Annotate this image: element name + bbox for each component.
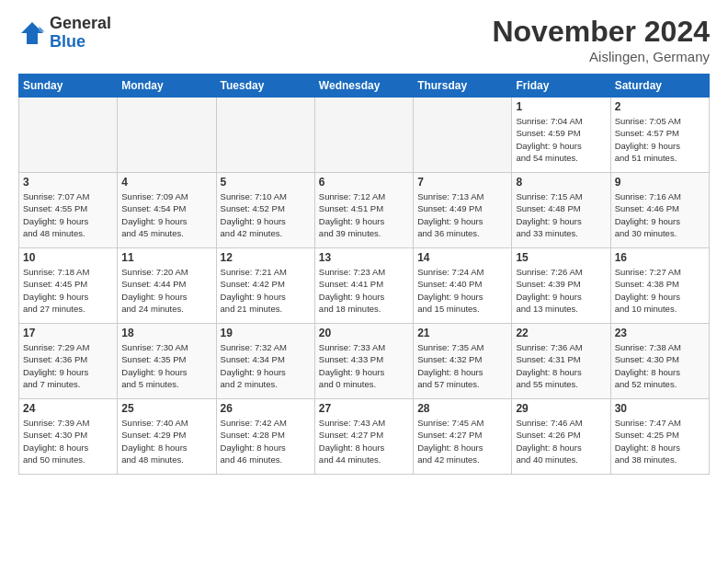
calendar-cell: 23Sunrise: 7:38 AMSunset: 4:30 PMDayligh… — [610, 324, 709, 399]
day-number: 11 — [121, 251, 211, 264]
day-info: Sunrise: 7:04 AMSunset: 4:59 PMDaylight:… — [516, 115, 606, 164]
day-number: 27 — [319, 402, 409, 415]
day-number: 9 — [615, 176, 705, 189]
day-info: Sunrise: 7:20 AMSunset: 4:44 PMDaylight:… — [121, 266, 211, 315]
day-info: Sunrise: 7:26 AMSunset: 4:39 PMDaylight:… — [516, 266, 606, 315]
day-info: Sunrise: 7:42 AMSunset: 4:28 PMDaylight:… — [221, 417, 311, 465]
day-number: 5 — [221, 176, 311, 189]
logo-general: General — [50, 15, 111, 33]
logo-icon — [18, 19, 46, 47]
day-number: 8 — [516, 176, 606, 189]
day-of-week-header: Monday — [118, 75, 216, 98]
calendar-cell: 27Sunrise: 7:43 AMSunset: 4:27 PMDayligh… — [314, 399, 413, 475]
day-number: 13 — [319, 251, 409, 264]
day-info: Sunrise: 7:40 AMSunset: 4:29 PMDaylight:… — [121, 417, 211, 465]
calendar-cell: 24Sunrise: 7:39 AMSunset: 4:30 PMDayligh… — [19, 399, 118, 475]
day-number: 4 — [121, 176, 211, 189]
calendar-cell: 8Sunrise: 7:15 AMSunset: 4:48 PMDaylight… — [512, 173, 610, 248]
day-info: Sunrise: 7:35 AMSunset: 4:32 PMDaylight:… — [417, 341, 507, 390]
calendar-cell — [216, 98, 314, 173]
day-info: Sunrise: 7:30 AMSunset: 4:35 PMDaylight:… — [121, 341, 211, 390]
calendar-table: SundayMondayTuesdayWednesdayThursdayFrid… — [18, 74, 710, 475]
logo: General Blue — [18, 15, 111, 52]
day-of-week-header: Tuesday — [216, 75, 314, 98]
calendar-cell: 19Sunrise: 7:32 AMSunset: 4:34 PMDayligh… — [216, 324, 314, 399]
calendar-cell: 16Sunrise: 7:27 AMSunset: 4:38 PMDayligh… — [610, 248, 709, 324]
day-number: 12 — [221, 251, 311, 264]
day-number: 28 — [417, 402, 507, 415]
logo-blue: Blue — [50, 33, 111, 52]
calendar-week-row: 24Sunrise: 7:39 AMSunset: 4:30 PMDayligh… — [19, 399, 710, 475]
day-of-week-header: Wednesday — [314, 75, 413, 98]
calendar-cell — [414, 98, 512, 173]
day-number: 23 — [615, 327, 705, 339]
day-number: 20 — [319, 327, 409, 339]
calendar-week-row: 1Sunrise: 7:04 AMSunset: 4:59 PMDaylight… — [19, 98, 710, 173]
calendar-cell — [118, 98, 216, 173]
day-info: Sunrise: 7:13 AMSunset: 4:49 PMDaylight:… — [417, 190, 507, 239]
day-info: Sunrise: 7:38 AMSunset: 4:30 PMDaylight:… — [615, 341, 705, 390]
month-title: November 2024 — [492, 15, 710, 49]
day-number: 22 — [516, 327, 606, 339]
day-number: 10 — [23, 251, 113, 264]
calendar-cell: 10Sunrise: 7:18 AMSunset: 4:45 PMDayligh… — [19, 248, 118, 324]
calendar-cell: 22Sunrise: 7:36 AMSunset: 4:31 PMDayligh… — [512, 324, 610, 399]
calendar-cell: 14Sunrise: 7:24 AMSunset: 4:40 PMDayligh… — [414, 248, 512, 324]
day-number: 17 — [23, 327, 113, 339]
day-info: Sunrise: 7:46 AMSunset: 4:26 PMDaylight:… — [516, 417, 606, 465]
day-of-week-header: Thursday — [414, 75, 512, 98]
day-number: 24 — [23, 402, 113, 415]
calendar-cell: 26Sunrise: 7:42 AMSunset: 4:28 PMDayligh… — [216, 399, 314, 475]
day-number: 26 — [221, 402, 311, 415]
calendar-cell: 12Sunrise: 7:21 AMSunset: 4:42 PMDayligh… — [216, 248, 314, 324]
calendar-week-row: 17Sunrise: 7:29 AMSunset: 4:36 PMDayligh… — [19, 324, 710, 399]
day-info: Sunrise: 7:12 AMSunset: 4:51 PMDaylight:… — [319, 190, 409, 239]
day-info: Sunrise: 7:18 AMSunset: 4:45 PMDaylight:… — [23, 266, 113, 315]
day-info: Sunrise: 7:29 AMSunset: 4:36 PMDaylight:… — [23, 341, 113, 390]
calendar-cell — [19, 98, 118, 173]
calendar-cell: 4Sunrise: 7:09 AMSunset: 4:54 PMDaylight… — [118, 173, 216, 248]
day-number: 21 — [417, 327, 507, 339]
calendar-cell: 18Sunrise: 7:30 AMSunset: 4:35 PMDayligh… — [118, 324, 216, 399]
calendar-cell: 7Sunrise: 7:13 AMSunset: 4:49 PMDaylight… — [414, 173, 512, 248]
calendar-cell — [314, 98, 413, 173]
day-of-week-header: Sunday — [19, 75, 118, 98]
day-number: 29 — [516, 402, 606, 415]
day-info: Sunrise: 7:05 AMSunset: 4:57 PMDaylight:… — [615, 115, 705, 164]
day-number: 16 — [615, 251, 705, 264]
calendar-cell: 30Sunrise: 7:47 AMSunset: 4:25 PMDayligh… — [610, 399, 709, 475]
day-number: 18 — [121, 327, 211, 339]
day-info: Sunrise: 7:43 AMSunset: 4:27 PMDaylight:… — [319, 417, 409, 465]
calendar-cell: 13Sunrise: 7:23 AMSunset: 4:41 PMDayligh… — [314, 248, 413, 324]
day-number: 30 — [615, 402, 705, 415]
day-info: Sunrise: 7:23 AMSunset: 4:41 PMDaylight:… — [319, 266, 409, 315]
svg-marker-0 — [21, 22, 43, 44]
calendar-week-row: 3Sunrise: 7:07 AMSunset: 4:55 PMDaylight… — [19, 173, 710, 248]
calendar-cell: 11Sunrise: 7:20 AMSunset: 4:44 PMDayligh… — [118, 248, 216, 324]
calendar-cell: 21Sunrise: 7:35 AMSunset: 4:32 PMDayligh… — [414, 324, 512, 399]
day-info: Sunrise: 7:07 AMSunset: 4:55 PMDaylight:… — [23, 190, 113, 239]
page: General Blue November 2024 Aislingen, Ge… — [0, 0, 728, 563]
calendar-cell: 15Sunrise: 7:26 AMSunset: 4:39 PMDayligh… — [512, 248, 610, 324]
day-info: Sunrise: 7:27 AMSunset: 4:38 PMDaylight:… — [615, 266, 705, 315]
day-number: 2 — [615, 100, 705, 113]
day-number: 6 — [319, 176, 409, 189]
day-number: 3 — [23, 176, 113, 189]
logo-text: General Blue — [50, 15, 111, 52]
day-info: Sunrise: 7:15 AMSunset: 4:48 PMDaylight:… — [516, 190, 606, 239]
day-info: Sunrise: 7:16 AMSunset: 4:46 PMDaylight:… — [615, 190, 705, 239]
day-info: Sunrise: 7:45 AMSunset: 4:27 PMDaylight:… — [417, 417, 507, 465]
day-of-week-header: Friday — [512, 75, 610, 98]
calendar-cell: 17Sunrise: 7:29 AMSunset: 4:36 PMDayligh… — [19, 324, 118, 399]
calendar-cell: 28Sunrise: 7:45 AMSunset: 4:27 PMDayligh… — [414, 399, 512, 475]
calendar-cell: 5Sunrise: 7:10 AMSunset: 4:52 PMDaylight… — [216, 173, 314, 248]
calendar-header-row: SundayMondayTuesdayWednesdayThursdayFrid… — [19, 75, 710, 98]
calendar-week-row: 10Sunrise: 7:18 AMSunset: 4:45 PMDayligh… — [19, 248, 710, 324]
day-info: Sunrise: 7:47 AMSunset: 4:25 PMDaylight:… — [615, 417, 705, 465]
calendar-cell: 20Sunrise: 7:33 AMSunset: 4:33 PMDayligh… — [314, 324, 413, 399]
day-number: 1 — [516, 100, 606, 113]
calendar-cell: 2Sunrise: 7:05 AMSunset: 4:57 PMDaylight… — [610, 98, 709, 173]
day-of-week-header: Saturday — [610, 75, 709, 98]
day-number: 19 — [221, 327, 311, 339]
day-info: Sunrise: 7:21 AMSunset: 4:42 PMDaylight:… — [221, 266, 311, 315]
